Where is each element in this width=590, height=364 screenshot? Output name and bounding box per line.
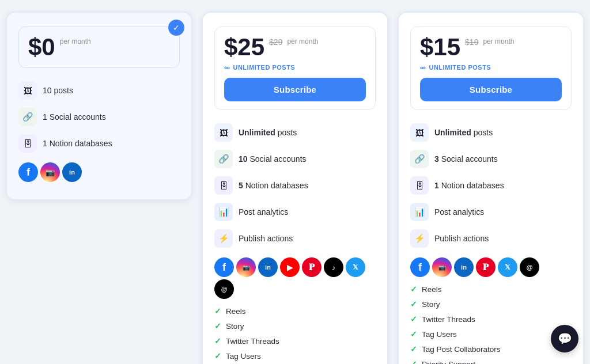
publish-icon-pro: ⚡ <box>214 229 233 248</box>
notion-icon: 🗄 <box>18 134 37 153</box>
posts-icon-pro: 🖼 <box>214 123 233 142</box>
price-old-starter: $19 <box>465 37 478 47</box>
feature-publish-starter: ⚡ Publish actions <box>410 225 572 252</box>
posts-text-free: 10 posts <box>43 86 73 95</box>
social-fb: f <box>18 162 38 182</box>
check-threads-starter: ✓ Twitter Threads <box>410 312 572 327</box>
social-icons-pro: f 📷 in ▶ 𝐏 ♪ 𝕏 @ <box>214 257 376 299</box>
check-priority-starter: ✓ Priority Support <box>410 357 572 364</box>
price-section-pro: $25 $29 per month ∞ UNLIMITED POSTS Subs… <box>214 26 376 110</box>
pricing-container: ✓ $0 per month 🖼 10 posts 🔗 1 Social acc… <box>6 12 584 364</box>
check-tagusers-starter: ✓ Tag Users <box>410 327 572 342</box>
social-pi-starter: 𝐏 <box>476 257 496 277</box>
check-priority-label-starter: Priority Support <box>422 360 475 365</box>
social-text-free: 1 Social accounts <box>43 112 106 122</box>
plan-free: ✓ $0 per month 🖼 10 posts 🔗 1 Social acc… <box>6 12 192 200</box>
publish-text-starter: Publish actions <box>434 234 489 243</box>
check-tagusers-label-pro: Tag Users <box>226 352 261 361</box>
social-li: in <box>62 162 82 182</box>
price-amount-free: $0 <box>28 35 55 59</box>
notion-icon-pro: 🗄 <box>214 176 233 195</box>
posts-text-pro: Unlimited posts <box>239 128 297 137</box>
analytics-text-starter: Post analytics <box>434 207 484 217</box>
social-icon-starter: 🔗 <box>410 150 429 168</box>
subscribe-btn-pro[interactable]: Subscribe <box>224 78 366 101</box>
feature-posts-pro: 🖼 Unlimited posts <box>214 119 376 146</box>
posts-text-starter: Unlimited posts <box>434 128 493 137</box>
analytics-text-pro: Post analytics <box>239 207 288 217</box>
plan-starter: $15 $19 per month ∞ UNLIMITED POSTS Subs… <box>398 12 584 364</box>
social-icons-starter: f 📷 in 𝐏 𝕏 @ <box>410 257 572 277</box>
unlimited-icon-pro: ∞ <box>224 63 230 72</box>
check-list-starter: ✓ Reels ✓ Story ✓ Twitter Threads ✓ Tag … <box>410 282 572 364</box>
check-story-starter: ✓ Story <box>410 297 572 312</box>
feature-social-starter: 🔗 3 Social accounts <box>410 146 572 172</box>
check-reels-starter: ✓ Reels <box>410 282 572 297</box>
check-threads-label-starter: Twitter Threads <box>422 315 475 324</box>
feature-list-free: 🖼 10 posts 🔗 1 Social accounts 🗄 1 Notio… <box>18 77 180 157</box>
social-ig-pro: 📷 <box>236 257 256 277</box>
social-yt-pro: ▶ <box>280 257 300 277</box>
check-threads-pro: ✓ Twitter Threads <box>214 333 376 348</box>
price-period-starter: per month <box>483 37 514 46</box>
social-ig-starter: 📷 <box>432 257 452 277</box>
social-icons-free: f 📷 in <box>18 162 180 182</box>
feature-list-starter: 🖼 Unlimited posts 🔗 3 Social accounts 🗄 … <box>410 119 572 252</box>
feature-posts-starter: 🖼 Unlimited posts <box>410 119 572 146</box>
check-story-label-pro: Story <box>226 322 244 331</box>
price-period-free: per month <box>60 37 91 46</box>
social-icon: 🔗 <box>18 108 37 126</box>
price-section-starter: $15 $19 per month ∞ UNLIMITED POSTS Subs… <box>410 26 572 110</box>
feature-notion-pro: 🗄 5 Notion databases <box>214 172 376 199</box>
price-section-free: $0 per month <box>18 26 180 68</box>
unlimited-label-starter: UNLIMITED POSTS <box>429 64 491 71</box>
check-reels-pro: ✓ Reels <box>214 304 376 318</box>
analytics-icon-pro: 📊 <box>214 203 233 221</box>
notion-text-free: 1 Notion databases <box>43 139 112 148</box>
price-old-pro: $29 <box>269 37 282 47</box>
chat-button[interactable]: 💬 <box>551 325 578 352</box>
check-tagusers-pro: ✓ Tag Users <box>214 348 376 363</box>
social-tw-pro: 𝕏 <box>346 257 365 277</box>
unlimited-badge-starter: ∞ UNLIMITED POSTS <box>420 63 562 72</box>
check-story-pro: ✓ Story <box>214 318 376 333</box>
unlimited-label-pro: UNLIMITED POSTS <box>233 64 295 71</box>
social-fb-starter: f <box>410 257 430 277</box>
feature-analytics-starter: 📊 Post analytics <box>410 199 572 225</box>
check-list-pro: ✓ Reels ✓ Story ✓ Twitter Threads ✓ Tag … <box>214 304 376 364</box>
selected-badge: ✓ <box>168 20 184 36</box>
plan-pro: $25 $29 per month ∞ UNLIMITED POSTS Subs… <box>202 12 388 364</box>
check-tagusers-label-starter: Tag Users <box>422 330 457 339</box>
publish-text-pro: Publish actions <box>239 234 293 243</box>
check-reels-label-starter: Reels <box>422 285 442 294</box>
analytics-icon-starter: 📊 <box>410 203 429 221</box>
price-period-pro: per month <box>287 37 318 46</box>
social-th-starter: @ <box>520 257 539 277</box>
feature-social-pro: 🔗 10 Social accounts <box>214 146 376 172</box>
social-text-pro: 10 Social accounts <box>239 154 307 164</box>
notion-text-pro: 5 Notion databases <box>239 181 308 190</box>
social-ig: 📷 <box>40 162 60 182</box>
subscribe-btn-starter[interactable]: Subscribe <box>420 78 562 101</box>
feature-social-free: 🔗 1 Social accounts <box>18 104 180 130</box>
social-tw-starter: 𝕏 <box>498 257 517 277</box>
social-th-pro: @ <box>214 279 234 299</box>
notion-icon-starter: 🗄 <box>410 176 429 195</box>
feature-list-pro: 🖼 Unlimited posts 🔗 10 Social accounts 🗄… <box>214 119 376 252</box>
check-story-label-starter: Story <box>422 300 440 309</box>
social-li-pro: in <box>258 257 278 277</box>
social-tt-pro: ♪ <box>324 257 343 277</box>
publish-icon-starter: ⚡ <box>410 229 429 248</box>
posts-icon: 🖼 <box>18 81 37 100</box>
check-reels-label-pro: Reels <box>226 307 246 316</box>
price-amount-starter: $15 <box>420 35 460 59</box>
social-li-starter: in <box>454 257 474 277</box>
social-icon-pro: 🔗 <box>214 150 233 168</box>
feature-publish-pro: ⚡ Publish actions <box>214 225 376 252</box>
notion-text-starter: 1 Notion databases <box>434 181 504 190</box>
feature-posts-free: 🖼 10 posts <box>18 77 180 104</box>
price-amount-pro: $25 <box>224 35 264 59</box>
check-tagcollabs-label-starter: Tag Post Collaborators <box>422 345 501 354</box>
unlimited-icon-starter: ∞ <box>420 63 426 72</box>
social-text-starter: 3 Social accounts <box>434 154 498 164</box>
